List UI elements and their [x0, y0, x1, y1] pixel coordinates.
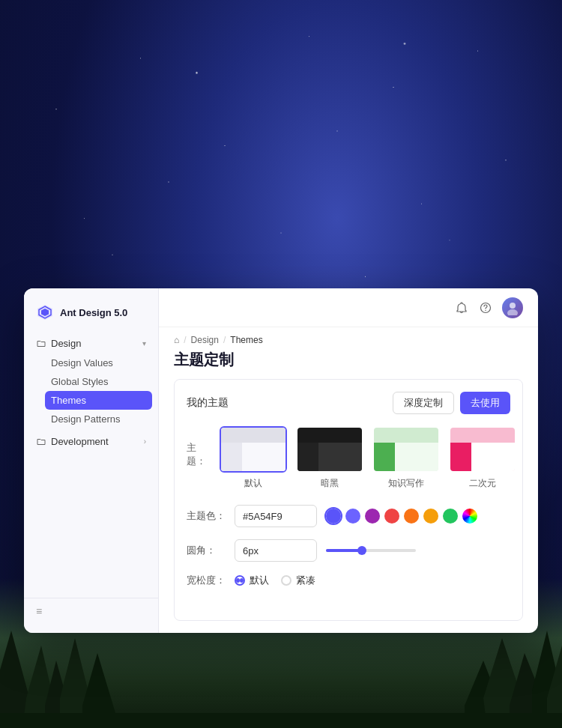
theme-card-knowledge-wrapper: 知识写作 — [372, 426, 440, 490]
nav-section-design: Design ▾ Design Values Global Styles The… — [30, 333, 152, 428]
menu-icon[interactable]: ≡ — [36, 605, 42, 617]
svg-point-16 — [485, 309, 486, 310]
folder-icon-dev — [36, 437, 46, 447]
theme-panel: 我的主题 深度定制 去使用 主题： — [174, 379, 523, 621]
slider-thumb[interactable] — [357, 546, 366, 555]
svg-point-17 — [510, 303, 516, 309]
sidebar-item-global-styles[interactable]: Global Styles — [45, 372, 152, 391]
theme-label-knowledge: 知识写作 — [388, 477, 424, 490]
theme-card-default-wrapper: 默认 — [220, 426, 287, 490]
btn-use[interactable]: 去使用 — [460, 392, 510, 414]
density-row: 宽松度： 默认 紧凑 — [187, 574, 510, 587]
theme-label-2d: 二次元 — [469, 477, 496, 490]
radius-row: 圆角： — [187, 539, 510, 562]
design-subitems: Design Values Global Styles Themes Desig… — [30, 354, 152, 428]
theme-panel-header: 我的主题 深度定制 去使用 — [187, 392, 510, 414]
breadcrumb-home[interactable]: ⌂ — [174, 335, 179, 345]
swatch-6[interactable] — [423, 509, 438, 524]
swatch-4[interactable] — [384, 509, 399, 524]
theme-panel-title: 我的主题 — [187, 396, 229, 410]
slider-fill — [326, 549, 362, 552]
theme-label-default: 默认 — [244, 477, 262, 490]
radio-default[interactable]: 默认 — [235, 574, 269, 587]
theme-card-2d-wrapper: 二次元 — [449, 426, 516, 490]
radio-compact[interactable]: 紧凑 — [281, 574, 315, 587]
density-radio-group: 默认 紧凑 — [235, 574, 315, 587]
slider-track[interactable] — [326, 549, 416, 552]
breadcrumb-design[interactable]: Design — [191, 335, 219, 345]
sidebar-app-title: Ant Design 5.0 — [60, 307, 127, 318]
breadcrumb-current: Themes — [230, 335, 262, 345]
radio-compact-label: 紧凑 — [296, 574, 315, 587]
density-form-label: 宽松度： — [187, 574, 226, 587]
nav-section-development: Development › — [30, 431, 152, 452]
breadcrumb: ⌂ / Design / Themes — [159, 327, 538, 345]
radio-compact-circle — [281, 575, 291, 586]
swatch-5[interactable] — [404, 509, 419, 524]
radius-form-label: 圆角： — [187, 544, 226, 557]
radius-input[interactable] — [235, 539, 317, 562]
topbar-right — [454, 297, 523, 318]
svg-rect-11 — [0, 713, 562, 728]
color-form-label: 主题色： — [187, 509, 226, 523]
development-arrow: › — [144, 437, 146, 446]
app-window: Ant Design 5.0 Design ▾ Design Values Gl… — [24, 288, 538, 633]
theme-label: 主题： — [187, 426, 211, 468]
help-icon[interactable] — [478, 300, 493, 315]
swatch-1[interactable] — [326, 509, 341, 524]
sidebar-item-themes[interactable]: Themes — [45, 391, 152, 410]
theme-card-knowledge[interactable] — [372, 426, 440, 473]
radius-slider — [326, 549, 510, 552]
topbar — [159, 288, 538, 327]
swatch-7[interactable] — [443, 509, 458, 524]
development-label: Development — [51, 436, 109, 447]
swatch-8[interactable] — [462, 509, 477, 524]
sidebar: Ant Design 5.0 Design ▾ Design Values Gl… — [24, 288, 159, 633]
theme-label-dark: 暗黑 — [321, 477, 339, 490]
sidebar-footer: ≡ — [24, 598, 158, 624]
svg-point-18 — [507, 309, 518, 315]
sidebar-item-design-values[interactable]: Design Values — [45, 354, 152, 372]
design-label: Design — [51, 338, 81, 349]
theme-card-2d[interactable] — [449, 426, 516, 473]
theme-card-dark[interactable] — [296, 426, 363, 473]
breadcrumb-sep-2: / — [223, 335, 226, 345]
radio-default-label: 默认 — [250, 574, 269, 587]
app-logo — [36, 303, 54, 321]
theme-panel-actions: 深度定制 去使用 — [393, 392, 510, 414]
color-input[interactable] — [235, 505, 317, 527]
sidebar-item-development[interactable]: Development › — [30, 431, 152, 452]
sidebar-item-design-patterns[interactable]: Design Patterns — [45, 410, 152, 428]
swatch-3[interactable] — [365, 509, 380, 524]
swatch-2[interactable] — [345, 509, 360, 524]
user-avatar[interactable] — [502, 297, 523, 318]
bell-icon[interactable] — [454, 300, 469, 315]
sidebar-header: Ant Design 5.0 — [24, 297, 158, 333]
page-title: 主题定制 — [159, 345, 538, 379]
breadcrumb-sep-1: / — [184, 335, 186, 345]
design-arrow: ▾ — [142, 339, 146, 348]
main-content: ⌂ / Design / Themes 主题定制 我的主题 深度定制 去使用 主… — [159, 288, 538, 633]
radio-default-circle — [235, 575, 245, 586]
folder-icon — [36, 339, 46, 349]
color-swatches — [326, 509, 477, 524]
sidebar-item-design[interactable]: Design ▾ — [30, 333, 152, 354]
theme-card-dark-wrapper: 暗黑 — [296, 426, 363, 490]
theme-card-default[interactable] — [220, 426, 287, 473]
btn-advanced[interactable]: 深度定制 — [393, 392, 454, 414]
color-row: 主题色： — [187, 505, 510, 527]
sidebar-nav: Design ▾ Design Values Global Styles The… — [24, 333, 158, 598]
